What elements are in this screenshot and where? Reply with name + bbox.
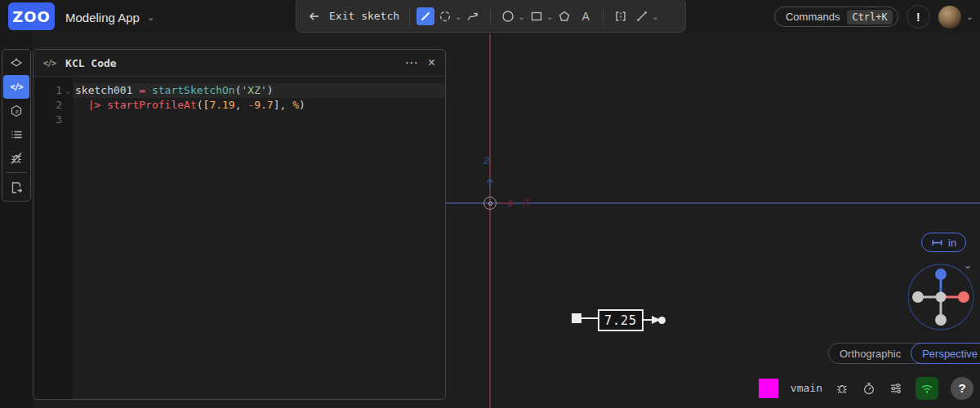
text-tool-button[interactable]: A bbox=[575, 6, 596, 27]
perspective-button[interactable]: Perspective bbox=[911, 343, 980, 364]
sidebar-item-feature-tree[interactable] bbox=[2, 51, 30, 75]
axis-line-vertical bbox=[489, 33, 491, 408]
view-gimbal[interactable] bbox=[906, 263, 975, 331]
spline-tool-icon bbox=[466, 10, 479, 23]
rectangle-tool-button[interactable] bbox=[526, 6, 547, 27]
polygon-tool-icon bbox=[558, 10, 571, 23]
exit-sketch-label[interactable]: Exit sketch bbox=[329, 10, 399, 22]
code-line[interactable]: 1⌄sketch001 = startSketchOn('XZ') bbox=[33, 83, 445, 98]
sidebar-item-variables[interactable]: z bbox=[2, 99, 30, 122]
sidebar-item-export[interactable] bbox=[2, 175, 30, 199]
back-arrow-icon bbox=[308, 10, 321, 23]
segment-start-handle[interactable] bbox=[572, 313, 581, 323]
dimension-tool-button[interactable] bbox=[631, 6, 653, 27]
gimbal-z-handle[interactable] bbox=[935, 268, 947, 280]
arc-tool-dropdown[interactable]: ⌄ bbox=[454, 10, 462, 22]
circle-tool-icon bbox=[501, 10, 514, 23]
commands-shortcut-badge: Ctrl+K bbox=[847, 10, 892, 24]
code-line[interactable]: 3 bbox=[33, 113, 445, 127]
rectangle-tool-dropdown[interactable]: ⌄ bbox=[546, 10, 554, 22]
stopwatch-icon bbox=[862, 382, 875, 395]
polygon-tool-button[interactable] bbox=[554, 6, 575, 27]
network-icon bbox=[920, 382, 934, 395]
chevron-down-icon: ⌄ bbox=[546, 12, 553, 21]
line-number: 2 bbox=[33, 98, 62, 113]
circle-tool-dropdown[interactable]: ⌄ bbox=[517, 10, 525, 22]
axis-x-arrow-icon bbox=[497, 198, 515, 208]
app-window: ZOO Modeling App ⌄ Commands Ctrl+K ! ⌄ bbox=[0, 0, 980, 408]
code-editor[interactable]: 1⌄sketch001 = startSketchOn('XZ')2 |> st… bbox=[33, 77, 445, 399]
panel-close-button[interactable]: × bbox=[428, 56, 435, 69]
constraint-tool-button[interactable] bbox=[610, 6, 631, 27]
toolbar-divider bbox=[490, 7, 491, 25]
logs-list-icon bbox=[10, 128, 23, 141]
sidebar-item-debug[interactable] bbox=[2, 146, 30, 170]
code-line[interactable]: 2 |> startProfileAt([7.19, -9.7], %) bbox=[33, 98, 445, 113]
dimension-tool-icon bbox=[635, 10, 648, 23]
help-icon: ? bbox=[958, 381, 965, 395]
orthographic-button[interactable]: Orthographic bbox=[829, 343, 911, 364]
stream-color-swatch bbox=[759, 379, 778, 398]
bug-icon bbox=[835, 382, 849, 395]
dimension-tool-dropdown[interactable]: ⌄ bbox=[651, 10, 659, 22]
gimbal-center-handle[interactable] bbox=[936, 292, 947, 303]
performance-button[interactable] bbox=[862, 381, 876, 396]
arc-tool-button[interactable] bbox=[434, 6, 456, 27]
measure-icon bbox=[931, 237, 943, 249]
line-number: 1 bbox=[33, 83, 62, 98]
line-number: 3 bbox=[33, 113, 62, 127]
avatar[interactable] bbox=[938, 6, 961, 29]
chevron-down-icon: ⌄ bbox=[518, 12, 524, 21]
sketch-plane-icon bbox=[10, 57, 23, 70]
sidebar-item-logs[interactable] bbox=[2, 122, 30, 146]
panel-title: KCL Code bbox=[65, 57, 117, 69]
text-tool-icon: A bbox=[582, 10, 590, 23]
debug-off-icon bbox=[10, 152, 23, 165]
origin-marker bbox=[483, 197, 497, 210]
segment-end-handle[interactable] bbox=[658, 317, 666, 324]
gimbal-handle[interactable] bbox=[935, 314, 947, 326]
sketch-toolbar: Exit sketch ⌄ ⌄ bbox=[296, 0, 686, 33]
panel-header: </> KCL Code ⋯ × bbox=[33, 50, 445, 77]
sidebar-group: </> z bbox=[2, 49, 31, 202]
spline-tool-button[interactable] bbox=[462, 6, 483, 27]
origin-dot bbox=[488, 202, 492, 206]
rectangle-tool-icon bbox=[530, 10, 543, 23]
code-lines: 1⌄sketch001 = startSketchOn('XZ')2 |> st… bbox=[33, 83, 445, 127]
commands-label: Commands bbox=[786, 11, 840, 23]
unit-button[interactable]: in bbox=[921, 233, 966, 252]
settings-sliders-button[interactable] bbox=[889, 381, 903, 396]
line-tool-button[interactable] bbox=[416, 7, 434, 25]
debug-button[interactable] bbox=[835, 381, 849, 396]
code-icon: </> bbox=[10, 82, 22, 91]
axis-x-label: x bbox=[522, 193, 529, 209]
header-right-group: Commands Ctrl+K ! ⌄ bbox=[774, 0, 973, 33]
sidebar-item-kcl-code[interactable]: </> bbox=[3, 75, 29, 99]
user-menu: ⌄ bbox=[938, 6, 973, 29]
fold-chevron-icon bbox=[62, 98, 74, 113]
constraint-tool-icon bbox=[614, 10, 627, 23]
dimension-leader-left bbox=[581, 317, 598, 319]
panel-menu-button[interactable]: ⋯ bbox=[405, 56, 418, 69]
segment-length-input[interactable]: 7.25 bbox=[598, 309, 644, 331]
gimbal-x-handle[interactable] bbox=[958, 291, 969, 303]
chevron-down-icon: ⌄ bbox=[652, 12, 658, 21]
network-status-button[interactable] bbox=[915, 377, 938, 400]
notifications-button[interactable]: ! bbox=[906, 5, 930, 29]
axis-z-arrow-icon bbox=[485, 176, 495, 191]
fold-chevron-icon[interactable]: ⌄ bbox=[62, 83, 74, 98]
projection-toggle: Orthographic Perspective bbox=[828, 343, 980, 364]
code-text: |> startProfileAt([7.19, -9.7], %) bbox=[74, 98, 445, 113]
sliders-icon bbox=[889, 382, 902, 395]
gimbal-handle[interactable] bbox=[912, 291, 924, 303]
circle-tool-button[interactable] bbox=[497, 6, 519, 27]
help-button[interactable]: ? bbox=[951, 377, 973, 400]
commands-button[interactable]: Commands Ctrl+K bbox=[774, 7, 898, 27]
zoo-logo[interactable]: ZOO bbox=[8, 2, 55, 30]
exit-sketch-button[interactable] bbox=[306, 6, 323, 27]
axis-z-label: z bbox=[483, 152, 489, 167]
left-sidebar: </> z bbox=[0, 33, 33, 408]
app-menu-button[interactable]: Modeling App ⌄ bbox=[65, 6, 154, 29]
app-menu-label: Modeling App bbox=[65, 11, 140, 24]
code-text: sketch001 = startSketchOn('XZ') bbox=[74, 83, 445, 98]
